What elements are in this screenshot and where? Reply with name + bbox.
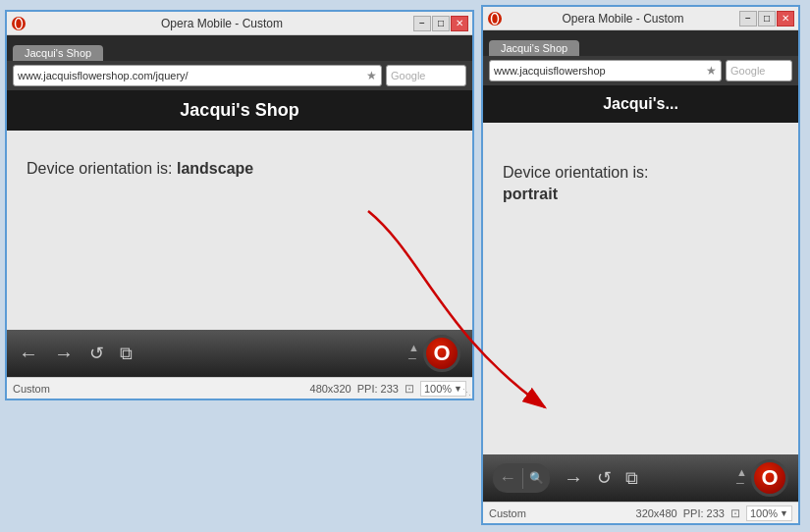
- landscape-bottom-toolbar: ← → ↺ ⧉ ▲─ O: [7, 330, 472, 377]
- portrait-opera-logo-icon: [487, 11, 503, 27]
- landscape-orientation-text: Device orientation is: landscape: [27, 160, 253, 177]
- portrait-status-bar: Custom 320x480 PPI: 233 ⊡ 100% ▼: [483, 502, 798, 523]
- landscape-url-field[interactable]: www.jacquisflowershop.com/jquery/ ★: [13, 65, 382, 86]
- portrait-url-field[interactable]: www.jacquisflowershop ★: [489, 60, 722, 81]
- landscape-tab-bar: Jacqui's Shop: [7, 35, 472, 61]
- zoom-dropdown[interactable]: 100% ▼: [420, 381, 466, 397]
- landscape-status-bar: Custom 480x320 PPI: 233 ⊡ 100% ▼: [7, 377, 472, 399]
- resize-handle[interactable]: ⋱: [462, 389, 472, 399]
- landscape-search-field[interactable]: Google: [386, 65, 466, 86]
- landscape-resolution: 480x320: [310, 383, 351, 395]
- portrait-page-content: Jacqui's... Device orientation is: portr…: [483, 85, 798, 454]
- landscape-page-content: Jacqui's Shop Device orientation is: lan…: [7, 90, 472, 330]
- portrait-orientation-text: Device orientation is: portrait: [503, 164, 649, 202]
- landscape-browser-window: Opera Mobile - Custom − □ ✕ Jacqui's Sho…: [5, 10, 474, 400]
- resize-icon[interactable]: ⊡: [405, 382, 414, 396]
- portrait-search-combined-icon[interactable]: 🔍: [523, 471, 550, 485]
- close-button[interactable]: ✕: [451, 16, 468, 31]
- portrait-close-button[interactable]: ✕: [777, 11, 794, 27]
- landscape-back-button[interactable]: ←: [19, 343, 38, 365]
- portrait-zoom-dropdown[interactable]: 100% ▼: [746, 505, 792, 521]
- portrait-search-placeholder: Google: [730, 65, 765, 77]
- portrait-tab-bar: Jacqui's Shop: [483, 30, 798, 56]
- portrait-tab[interactable]: Jacqui's Shop: [489, 40, 579, 56]
- portrait-resolution: 320x480: [636, 507, 677, 519]
- portrait-title-bar: Opera Mobile - Custom − □ ✕: [483, 7, 798, 30]
- landscape-title-text: Opera Mobile - Custom: [30, 17, 413, 30]
- landscape-tab[interactable]: Jacqui's Shop: [13, 45, 103, 61]
- portrait-resize-icon[interactable]: ⊡: [730, 506, 740, 520]
- portrait-search-field[interactable]: Google: [726, 60, 792, 81]
- portrait-zoom-dropdown-arrow: ▼: [780, 508, 788, 518]
- bookmark-star-icon[interactable]: ★: [366, 69, 377, 82]
- portrait-browser-window: Opera Mobile - Custom − □ ✕ Jacqui's Sho…: [481, 5, 800, 525]
- landscape-title-bar: Opera Mobile - Custom − □ ✕: [7, 12, 472, 35]
- landscape-ppi: PPI: 233: [357, 383, 399, 395]
- minimize-button[interactable]: −: [413, 16, 431, 31]
- portrait-window-controls: − □ ✕: [739, 11, 794, 27]
- window-controls: − □ ✕: [413, 16, 468, 31]
- portrait-url-text: www.jacquisflowershop: [494, 65, 704, 77]
- landscape-page-body: Device orientation is: landscape: [7, 131, 472, 330]
- zoom-dropdown-arrow: ▼: [454, 384, 462, 394]
- landscape-search-placeholder: Google: [391, 70, 425, 81]
- portrait-page-header: Jacqui's...: [483, 85, 798, 123]
- opera-logo-icon: [11, 16, 27, 31]
- portrait-ppi: PPI: 233: [683, 507, 725, 519]
- landscape-page-header: Jacqui's Shop: [7, 90, 472, 131]
- portrait-tabs-button[interactable]: ⧉: [625, 468, 638, 489]
- portrait-expand-icon[interactable]: ▲─: [736, 467, 747, 489]
- portrait-status-label: Custom: [489, 507, 630, 519]
- portrait-maximize-button[interactable]: □: [758, 11, 776, 27]
- portrait-opera-menu-button[interactable]: O: [751, 459, 788, 497]
- landscape-opera-area: ▲─ O: [408, 335, 460, 372]
- opera-menu-button[interactable]: O: [423, 335, 460, 372]
- portrait-page-body: Device orientation is: portrait: [483, 123, 798, 454]
- expand-icon[interactable]: ▲─: [408, 343, 419, 364]
- landscape-url-text: www.jacquisflowershop.com/jquery/: [18, 70, 364, 81]
- portrait-opera-area: ▲─ O: [736, 459, 788, 497]
- portrait-minimize-button[interactable]: −: [739, 11, 757, 27]
- portrait-title-text: Opera Mobile - Custom: [507, 12, 739, 26]
- landscape-tabs-button[interactable]: ⧉: [120, 344, 133, 364]
- portrait-refresh-button[interactable]: ↺: [597, 467, 612, 489]
- portrait-back-fwd-combined: ← 🔍: [493, 463, 550, 493]
- portrait-bottom-toolbar: ← 🔍 → ↺ ⧉ ▲─ O: [483, 454, 798, 502]
- portrait-forward-button[interactable]: →: [564, 467, 583, 490]
- landscape-refresh-button[interactable]: ↺: [89, 343, 104, 364]
- landscape-forward-button[interactable]: →: [54, 343, 74, 365]
- portrait-address-bar: www.jacquisflowershop ★ Google: [483, 56, 798, 85]
- landscape-address-bar: www.jacquisflowershop.com/jquery/ ★ Goog…: [7, 61, 472, 90]
- portrait-back-button[interactable]: ←: [493, 468, 523, 489]
- landscape-status-label: Custom: [13, 383, 304, 395]
- portrait-bookmark-star-icon[interactable]: ★: [706, 64, 717, 78]
- maximize-button[interactable]: □: [432, 16, 450, 31]
